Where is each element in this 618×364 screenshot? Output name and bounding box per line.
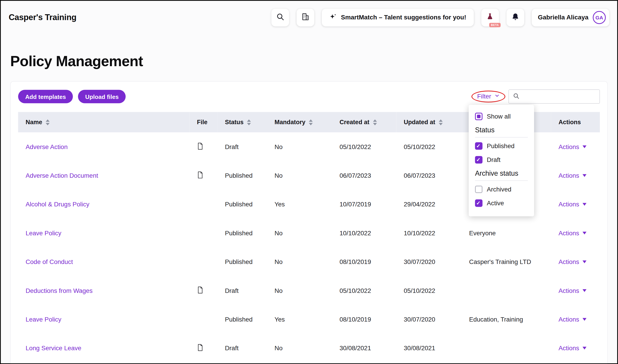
search-icon (276, 13, 284, 22)
filter-section-heading-status: Status (475, 126, 528, 138)
updated-at-cell: 30/07/2020 (396, 305, 462, 334)
status-cell: Published (217, 219, 267, 247)
filter-option-label: Published (487, 143, 515, 149)
created-at-cell: 08/10/2019 (332, 305, 396, 334)
sort-icon[interactable] (46, 119, 50, 125)
column-label: Name (26, 118, 42, 125)
toolbar-right: Filter (472, 90, 600, 104)
created-at-cell: 08/10/2019 (332, 247, 396, 276)
filter-menu-sections: StatusPublishedDraftArchive statusArchiv… (475, 126, 528, 210)
column-header-created-at[interactable]: Created at (332, 112, 396, 132)
policy-name-link[interactable]: Code of Conduct (26, 258, 73, 265)
policy-name-link[interactable]: Alcohol & Drugs Policy (26, 201, 89, 208)
caret-down-icon (583, 289, 587, 292)
page-title: Policy Management (10, 52, 617, 71)
search-button[interactable] (271, 9, 289, 26)
filter-option-published[interactable]: Published (475, 139, 528, 153)
notifications-button[interactable] (506, 9, 524, 26)
top-bar-actions: SmartMatch – Talent suggestions for you!… (271, 9, 609, 26)
mandatory-cell: No (267, 219, 332, 247)
filter-option-archived[interactable]: Archived (475, 182, 528, 196)
filter-option-active[interactable]: Active (475, 196, 528, 210)
policy-name-link[interactable]: Adverse Action (26, 143, 67, 150)
actions-button[interactable]: Actions (558, 316, 587, 323)
checkbox-icon[interactable] (475, 199, 482, 207)
status-cell: Published (217, 247, 267, 276)
flask-icon (486, 13, 494, 22)
caret-down-icon (583, 174, 587, 177)
file-icon[interactable] (197, 171, 203, 179)
file-icon[interactable] (197, 286, 203, 294)
search-input[interactable] (523, 93, 596, 100)
column-label: Updated at (404, 118, 435, 125)
created-at-cell: 10/10/2022 (332, 219, 396, 247)
audience-cell (462, 276, 551, 305)
mandatory-cell: Yes (267, 305, 332, 334)
mandatory-cell: No (267, 276, 332, 305)
app-title: Casper's Training (9, 13, 76, 22)
column-header-name[interactable]: Name (18, 112, 189, 132)
caret-down-icon (583, 318, 587, 321)
column-header-mandatory[interactable]: Mandatory (267, 112, 332, 132)
policy-name-link[interactable]: Adverse Action Document (26, 172, 98, 179)
red-annotation-circle: Filter (472, 91, 505, 102)
column-label: Actions (558, 118, 581, 125)
column-label: Status (225, 118, 244, 125)
user-name: Gabriella Alicaya (538, 14, 588, 21)
policy-name-link[interactable]: Long Service Leave (26, 345, 81, 351)
sort-icon[interactable] (247, 119, 251, 125)
policy-name-link[interactable]: Leave Policy (26, 316, 61, 323)
sort-icon[interactable] (439, 119, 443, 125)
building-icon (301, 13, 309, 22)
actions-button[interactable]: Actions (558, 201, 587, 208)
filter-option-show-all[interactable]: Show all (475, 109, 528, 123)
actions-button[interactable]: Actions (558, 143, 587, 150)
upload-files-button[interactable]: Upload files (78, 90, 126, 103)
audience-cell (462, 334, 551, 363)
bell-icon (511, 13, 519, 22)
file-icon[interactable] (197, 142, 203, 150)
actions-button[interactable]: Actions (558, 258, 587, 265)
screen: Casper's Training SmartMatch – Talent su… (0, 0, 618, 364)
checkbox-icon[interactable] (475, 156, 482, 164)
column-header-actions: Actions (551, 112, 600, 132)
created-at-cell: 05/10/2022 (332, 276, 396, 305)
filter-option-draft[interactable]: Draft (475, 153, 528, 167)
status-cell: Draft (217, 132, 267, 161)
mandatory-cell: No (267, 334, 332, 363)
filter-label: Filter (477, 93, 491, 100)
actions-button[interactable]: Actions (558, 287, 587, 294)
column-label: File (197, 118, 208, 125)
show-all-checkbox[interactable] (475, 113, 482, 120)
mandatory-cell: No (267, 132, 332, 161)
company-button[interactable] (296, 9, 314, 26)
filter-option-label: Show all (487, 113, 511, 120)
mandatory-cell: Yes (267, 190, 332, 219)
add-templates-button[interactable]: Add templates (18, 90, 73, 103)
magnifier-icon (513, 92, 520, 101)
status-cell: Draft (217, 334, 267, 363)
created-at-cell: 30/08/2021 (332, 334, 396, 363)
filter-option-label: Archived (487, 186, 512, 193)
actions-button[interactable]: Actions (558, 345, 587, 351)
column-header-status[interactable]: Status (217, 112, 267, 132)
policy-name-link[interactable]: Leave Policy (26, 229, 61, 236)
sort-icon[interactable] (309, 119, 313, 125)
policy-name-link[interactable]: Deductions from Wages (26, 287, 92, 294)
created-at-cell: 05/10/2022 (332, 132, 396, 161)
checkbox-icon[interactable] (475, 142, 482, 150)
checkbox-icon[interactable] (475, 186, 482, 193)
table-search (509, 90, 600, 104)
file-icon[interactable] (197, 343, 203, 351)
column-header-updated-at[interactable]: Updated at (396, 112, 462, 132)
chevron-down-icon (494, 93, 500, 100)
filter-button[interactable]: Filter (477, 93, 500, 100)
actions-button[interactable]: Actions (558, 229, 587, 236)
labs-button[interactable]: BETA (481, 9, 499, 26)
smartmatch-button[interactable]: SmartMatch – Talent suggestions for you! (322, 9, 474, 26)
user-menu[interactable]: Gabriella Alicaya GA (531, 9, 609, 26)
sort-icon[interactable] (373, 119, 377, 125)
actions-button[interactable]: Actions (558, 172, 587, 179)
mandatory-cell: No (267, 247, 332, 276)
smartmatch-label: SmartMatch – Talent suggestions for you! (341, 14, 466, 21)
